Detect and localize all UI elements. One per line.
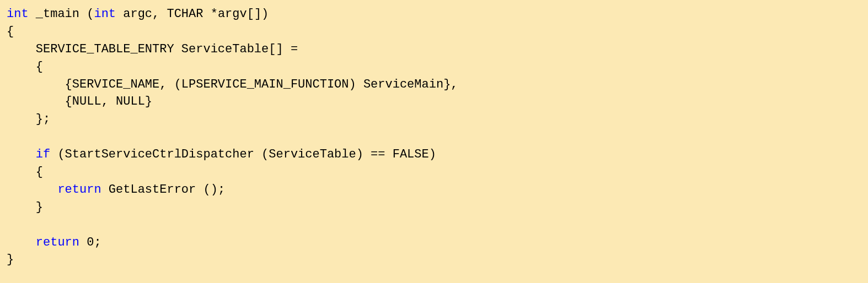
code-keyword: return — [36, 236, 79, 249]
code-text — [7, 236, 36, 249]
code-text: } — [7, 200, 43, 214]
code-line: {SERVICE_NAME, (LPSERVICE_MAIN_FUNCTION)… — [7, 76, 861, 94]
code-text: _tmain ( — [29, 7, 94, 21]
code-line: {NULL, NULL} — [7, 93, 861, 111]
code-line: return GetLastError (); — [7, 181, 861, 199]
code-line: { — [7, 58, 861, 76]
code-line: { — [7, 164, 861, 181]
code-block: int _tmain (int argc, TCHAR *argv[]){ SE… — [0, 0, 868, 274]
code-line: int _tmain (int argc, TCHAR *argv[]) — [7, 6, 861, 23]
code-text: GetLastError (); — [101, 183, 225, 197]
code-text: {NULL, NULL} — [7, 95, 152, 108]
code-line: } — [7, 199, 861, 216]
code-text: }; — [7, 112, 50, 126]
code-text: } — [7, 253, 14, 266]
code-keyword: if — [36, 148, 50, 161]
code-text: argc, TCHAR *argv[]) — [116, 7, 269, 21]
code-text: { — [7, 165, 43, 179]
code-keyword: int — [94, 7, 116, 21]
code-line — [7, 128, 861, 146]
code-line: if (StartServiceCtrlDispatcher (ServiceT… — [7, 146, 861, 164]
code-text: { — [7, 25, 14, 39]
code-text: 0; — [79, 236, 101, 249]
code-text: (StartServiceCtrlDispatcher (ServiceTabl… — [50, 148, 436, 161]
code-line: }; — [7, 111, 861, 128]
code-keyword: int — [7, 7, 29, 21]
code-line: } — [7, 251, 861, 269]
code-keyword: return — [57, 183, 101, 197]
code-text: {SERVICE_NAME, (LPSERVICE_MAIN_FUNCTION)… — [7, 78, 458, 91]
code-text — [7, 148, 36, 161]
code-line: { — [7, 23, 861, 41]
code-line — [7, 216, 861, 234]
code-text: SERVICE_TABLE_ENTRY ServiceTable[] = — [7, 42, 298, 56]
code-line: return 0; — [7, 234, 861, 252]
code-line: SERVICE_TABLE_ENTRY ServiceTable[] = — [7, 41, 861, 58]
code-text: { — [7, 60, 43, 74]
code-text — [7, 183, 57, 197]
